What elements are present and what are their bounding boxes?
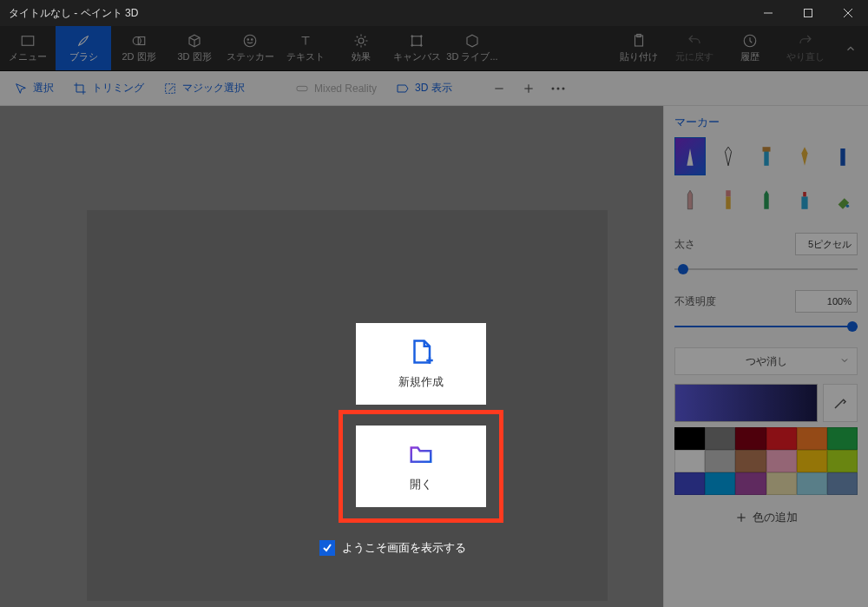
material-select-value: つや消し: [746, 354, 787, 369]
palette-swatch[interactable]: [674, 450, 705, 472]
palette-swatch[interactable]: [705, 427, 735, 450]
brush-calligraphy[interactable]: [713, 137, 744, 175]
ribbon-brushes[interactable]: ブラシ: [56, 26, 111, 70]
svg-point-9: [252, 39, 253, 41]
palette-swatch[interactable]: [674, 427, 705, 450]
welcome-open-tile[interactable]: 開く: [356, 426, 486, 507]
ribbon-effects-label: 効果: [352, 50, 371, 63]
palette-swatch[interactable]: [705, 472, 735, 495]
folder-icon: [408, 441, 434, 470]
thickness-value[interactable]: 5ピクセル: [795, 233, 858, 255]
current-color-swatch[interactable]: [674, 384, 818, 422]
ribbon-text-label: テキスト: [286, 50, 325, 63]
palette-swatch[interactable]: [827, 427, 858, 450]
brush-spray[interactable]: [789, 181, 820, 219]
minimize-button[interactable]: [748, 0, 788, 26]
title-bar: タイトルなし - ペイント 3D: [0, 0, 868, 26]
svg-rect-16: [297, 86, 307, 90]
svg-rect-29: [803, 192, 806, 196]
ribbon-canvas[interactable]: キャンバス: [389, 26, 444, 70]
palette-swatch[interactable]: [797, 427, 827, 450]
brush-marker[interactable]: [674, 137, 706, 175]
tool-3d-view[interactable]: 3D 表示: [389, 77, 459, 99]
svg-rect-1: [805, 10, 812, 17]
palette-swatch[interactable]: [674, 472, 705, 495]
brush-crayon[interactable]: [751, 181, 782, 219]
side-panel: マーカー 太さ 5ピクセル 不透明度: [663, 106, 868, 607]
add-color-button[interactable]: 色の追加: [674, 500, 858, 535]
thickness-slider[interactable]: [674, 259, 858, 280]
palette-swatch[interactable]: [735, 427, 766, 450]
brush-watercolor[interactable]: [789, 137, 820, 175]
ribbon-collapse-button[interactable]: [833, 26, 868, 70]
ribbon-stickers[interactable]: ステッカー: [222, 26, 278, 70]
eyedropper-button[interactable]: [823, 384, 858, 422]
svg-rect-26: [726, 190, 730, 196]
zoom-out-button[interactable]: [487, 76, 511, 101]
brush-pencil[interactable]: [674, 181, 706, 219]
tool-select[interactable]: 選択: [7, 77, 61, 99]
tool-magic-select[interactable]: マジック選択: [156, 77, 252, 99]
brush-eraser[interactable]: [713, 181, 744, 219]
ribbon-history[interactable]: 履歴: [722, 26, 778, 70]
ribbon-3d-shapes[interactable]: 3D 図形: [167, 26, 222, 70]
svg-point-8: [247, 39, 249, 41]
ribbon-menu-label: メニュー: [9, 50, 47, 63]
more-button[interactable]: [546, 76, 570, 101]
svg-rect-15: [166, 83, 175, 93]
zoom-in-button[interactable]: [516, 76, 541, 101]
ribbon-redo[interactable]: やり直し: [778, 26, 833, 70]
ribbon-menu[interactable]: メニュー: [0, 26, 56, 70]
svg-point-22: [562, 87, 564, 89]
ribbon-effects[interactable]: 効果: [333, 26, 389, 70]
welcome-open-highlight: 開く: [339, 410, 503, 523]
brush-pixel[interactable]: [827, 137, 858, 175]
material-select[interactable]: つや消し: [674, 347, 858, 375]
palette-swatch[interactable]: [735, 450, 766, 472]
palette-swatch[interactable]: [766, 450, 797, 472]
opacity-slider[interactable]: [674, 316, 858, 337]
palette-swatch[interactable]: [766, 427, 797, 450]
ribbon-text[interactable]: テキスト: [278, 26, 333, 70]
ribbon-stickers-label: ステッカー: [227, 50, 274, 63]
brush-fill[interactable]: [827, 181, 858, 219]
welcome-new-tile[interactable]: 新規作成: [356, 323, 486, 405]
palette-swatch[interactable]: [827, 472, 858, 495]
ribbon-history-label: 履歴: [740, 50, 760, 63]
palette-swatch[interactable]: [705, 450, 735, 472]
svg-point-10: [358, 38, 364, 43]
canvas-area[interactable]: 新規作成 開く: [0, 106, 663, 607]
palette-swatch[interactable]: [766, 472, 797, 495]
svg-rect-24: [763, 147, 771, 151]
welcome-dialog: 新規作成 開く: [87, 210, 608, 601]
palette-swatch[interactable]: [797, 450, 827, 472]
ribbon-brushes-label: ブラシ: [69, 50, 98, 63]
maximize-button[interactable]: [788, 0, 828, 26]
thickness-label: 太さ: [674, 237, 695, 252]
ribbon-3dlib-label: 3D ライブ...: [446, 50, 497, 63]
tool-crop-label: トリミング: [92, 81, 144, 96]
ribbon-3d-library[interactable]: 3D ライブ...: [444, 26, 500, 70]
tool-mixed-reality[interactable]: Mixed Reality: [288, 78, 384, 99]
opacity-label: 不透明度: [674, 294, 716, 309]
opacity-value[interactable]: 100%: [795, 290, 858, 313]
ribbon-canvas-label: キャンバス: [393, 50, 441, 63]
ribbon-paste[interactable]: 貼り付け: [611, 26, 667, 70]
svg-rect-27: [726, 196, 730, 208]
palette-swatch[interactable]: [735, 472, 766, 495]
palette-swatch[interactable]: [827, 450, 858, 472]
ribbon-redo-label: やり直し: [786, 50, 825, 63]
close-button[interactable]: [828, 0, 868, 26]
welcome-new-label: 新規作成: [398, 374, 444, 390]
ribbon-undo[interactable]: 元に戻す: [667, 26, 722, 70]
window-title: タイトルなし - ペイント 3D: [0, 6, 748, 21]
palette-swatch[interactable]: [797, 472, 827, 495]
add-color-label: 色の追加: [753, 510, 798, 525]
ribbon-2d-shapes[interactable]: 2D 図形: [111, 26, 167, 70]
brush-oil[interactable]: [751, 137, 782, 175]
svg-rect-28: [801, 196, 807, 208]
welcome-show-checkbox-row[interactable]: ようこそ画面を表示する: [319, 540, 466, 556]
svg-point-5: [133, 37, 141, 45]
checkbox-checked-icon[interactable]: [319, 540, 335, 556]
tool-crop[interactable]: トリミング: [66, 77, 151, 99]
